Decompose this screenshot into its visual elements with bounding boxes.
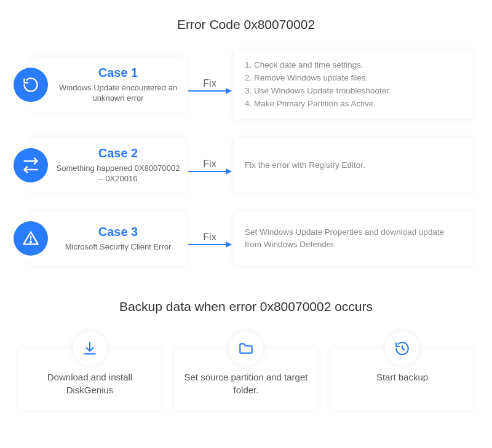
fix-list-item: 4. Make Primary Partition as Active. xyxy=(245,98,462,111)
backup-step-text: Download and install DiskGenius xyxy=(26,371,154,396)
fix-arrow: Fix xyxy=(188,232,231,245)
case-title: Case 2 xyxy=(55,146,181,160)
transfer-icon xyxy=(14,148,48,183)
case-desc: Something happened 0X80070002 – 0X20016 xyxy=(55,163,181,184)
case-title: Case 3 xyxy=(55,225,181,239)
fix-label: Fix xyxy=(203,78,216,89)
page-title: Error Code 0x80070002 xyxy=(0,0,492,50)
case-row-1: Case 1 Windows Update encountered an unk… xyxy=(18,50,474,119)
case-card-2: Case 2 Something happened 0X80070002 – 0… xyxy=(31,138,186,193)
fix-arrow: Fix xyxy=(188,78,231,92)
case-desc: Windows Update encountered an unknown er… xyxy=(55,82,181,104)
download-icon xyxy=(73,331,107,366)
fix-text: Set Windows Update Properties and downlo… xyxy=(245,226,462,251)
fix-text: Fix the error with Registry Editor. xyxy=(245,159,462,171)
history-icon xyxy=(385,331,419,366)
fix-card-1: 1. Check date and time settings. 2. Remo… xyxy=(234,50,474,119)
backup-step-text: Start backup xyxy=(338,371,466,383)
backup-section-title: Backup data when error 0x80070002 occurs xyxy=(0,265,492,331)
backup-card-2: Set source partition and target folder. xyxy=(175,348,317,410)
arrow-icon xyxy=(188,171,231,172)
case-card-3: Case 3 Microsoft Security Client Error xyxy=(31,211,186,265)
backup-card-1: Download and install DiskGenius xyxy=(18,348,161,410)
backup-step-text: Set source partition and target folder. xyxy=(182,371,310,396)
case-desc: Microsoft Security Client Error xyxy=(55,242,181,253)
arrow-icon xyxy=(188,244,231,245)
case-row-3: Case 3 Microsoft Security Client Error F… xyxy=(18,211,474,265)
case-row-2: Case 2 Something happened 0X80070002 – 0… xyxy=(18,138,474,193)
fix-card-2: Fix the error with Registry Editor. xyxy=(234,138,474,192)
fix-list-item: 1. Check date and time settings. xyxy=(245,59,462,72)
case-card-1: Case 1 Windows Update encountered an unk… xyxy=(31,57,186,112)
fix-list-item: 3. Use Windows Update troubleshooter. xyxy=(245,85,462,98)
fix-arrow: Fix xyxy=(188,159,231,172)
backup-steps-container: Download and install DiskGenius Set sour… xyxy=(0,331,492,410)
backup-card-3: Start backup xyxy=(331,348,474,410)
fix-list-item: 2. Remove Windows update files. xyxy=(245,72,462,85)
refresh-icon xyxy=(14,68,48,102)
cases-container: Case 1 Windows Update encountered an unk… xyxy=(0,50,492,265)
svg-point-1 xyxy=(30,242,31,243)
fix-label: Fix xyxy=(203,159,216,170)
arrow-icon xyxy=(188,90,231,92)
fix-label: Fix xyxy=(203,232,216,243)
fix-card-3: Set Windows Update Properties and downlo… xyxy=(234,211,474,265)
folder-icon xyxy=(229,331,263,366)
warning-icon xyxy=(14,221,48,256)
case-title: Case 1 xyxy=(55,66,181,80)
